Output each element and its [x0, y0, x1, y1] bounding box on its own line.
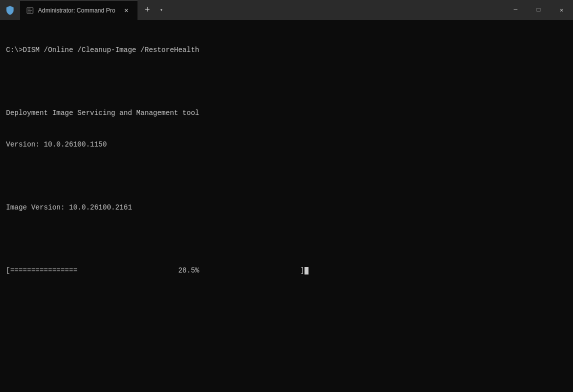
titlebar: Administrator: Command Pro ✕ + ▾ ─ □ ✕ — [0, 0, 573, 20]
terminal-window[interactable]: C:\>DISM /Online /Cleanup-Image /Restore… — [0, 20, 573, 392]
terminal-image-version: Image Version: 10.0.26100.2161 — [6, 202, 567, 213]
tab-dropdown-button[interactable]: ▾ — [156, 2, 168, 18]
progress-spacer-2 — [199, 266, 300, 276]
progress-percent: 28.5% — [178, 266, 199, 276]
terminal-cursor — [304, 267, 308, 274]
progress-fill: ================ — [10, 266, 77, 276]
terminal-command-line: C:\>DISM /Online /Cleanup-Image /Restore… — [6, 45, 567, 56]
tab-label: Administrator: Command Pro — [38, 7, 116, 14]
window-controls: ─ □ ✕ — [504, 0, 573, 20]
new-tab-button[interactable]: + — [140, 2, 156, 18]
app-icon — [0, 0, 20, 20]
terminal-blank-3 — [6, 234, 567, 244]
terminal-version: Version: 10.0.26100.1150 — [6, 140, 567, 150]
progress-spacer-1 — [78, 266, 178, 276]
progress-open-bracket: [ — [6, 266, 10, 276]
terminal-progress-line: [ ================ 28.5% ] — [6, 266, 567, 276]
close-button[interactable]: ✕ — [550, 0, 573, 20]
terminal-tool-name: Deployment Image Servicing and Managemen… — [6, 108, 567, 118]
shield-icon — [5, 5, 15, 15]
active-tab[interactable]: Administrator: Command Pro ✕ — [20, 0, 138, 20]
titlebar-left: Administrator: Command Pro ✕ + ▾ — [0, 0, 168, 20]
tab-close-button[interactable]: ✕ — [122, 6, 132, 16]
terminal-blank-1 — [6, 76, 567, 87]
terminal-blank-2 — [6, 171, 567, 182]
progress-close-bracket: ] — [300, 266, 304, 276]
maximize-button[interactable]: □ — [527, 0, 550, 20]
minimize-button[interactable]: ─ — [504, 0, 527, 20]
tab-icon — [26, 6, 34, 14]
